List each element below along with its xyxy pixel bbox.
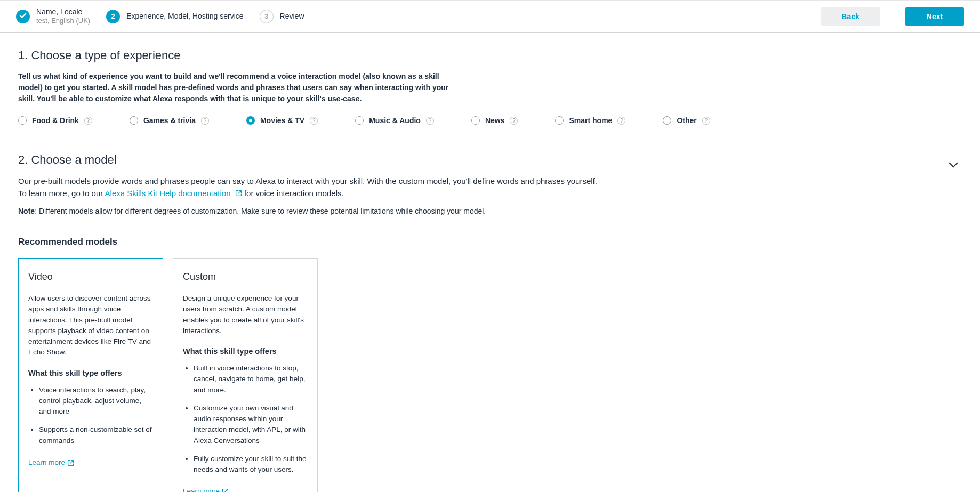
link-text: Alexa Skills Kit Help documentation [105, 189, 231, 198]
list-item: Fully customize your skill to suit the n… [194, 454, 308, 475]
step-completed-icon [16, 10, 30, 23]
help-icon[interactable]: ? [617, 117, 625, 125]
step-subtitle: test, English (UK) [36, 17, 90, 26]
learn-more-link[interactable]: Learn more [28, 458, 74, 466]
next-button[interactable]: Next [905, 7, 964, 26]
radio-food-drink[interactable]: Food & Drink ? [18, 116, 92, 125]
list-item: Voice interactions to search, play, cont… [39, 385, 153, 417]
external-link-icon [222, 488, 229, 492]
radio-label: Movies & TV [260, 116, 304, 125]
step-1[interactable]: Name, Locale test, English (UK) [16, 7, 90, 26]
radio-movies-tv[interactable]: Movies & TV ? [246, 116, 318, 125]
radio-icon-selected [246, 116, 255, 125]
experience-radio-group: Food & Drink ? Games & trivia ? Movies &… [18, 116, 962, 125]
card-offers-list: Built in voice interactions to stop, can… [183, 363, 308, 475]
note-label: Note [18, 207, 35, 215]
check-icon [19, 12, 27, 21]
step-title: Experience, Model, Hosting service [126, 11, 243, 21]
card-title: Video [28, 271, 153, 283]
step-title: Review [280, 11, 304, 21]
radio-icon [18, 116, 27, 125]
external-link-icon [67, 459, 74, 466]
radio-label: News [485, 116, 505, 125]
radio-smart-home[interactable]: Smart home ? [555, 116, 625, 125]
help-icon[interactable]: ? [426, 117, 434, 125]
note-text: : Different models allow for different d… [35, 207, 486, 215]
radio-label: Smart home [569, 116, 612, 125]
step-pending-icon: 3 [260, 10, 274, 23]
help-icon[interactable]: ? [84, 117, 92, 125]
card-offers-list: Voice interactions to search, play, cont… [28, 385, 153, 446]
step-text: Name, Locale test, English (UK) [36, 7, 90, 26]
radio-other[interactable]: Other ? [663, 116, 710, 125]
card-offers-label: What this skill type offers [28, 369, 153, 377]
step-active-icon: 2 [106, 10, 120, 23]
list-item: Supports a non-customizable set of comma… [39, 424, 153, 446]
list-item: Built in voice interactions to stop, can… [194, 363, 308, 396]
help-icon[interactable]: ? [310, 117, 318, 125]
back-button[interactable]: Back [821, 7, 880, 26]
section2-desc-post: for voice interaction models. [244, 189, 344, 198]
step-text: Experience, Model, Hosting service [126, 11, 243, 21]
radio-label: Music & Audio [369, 116, 421, 125]
radio-label: Food & Drink [32, 116, 79, 125]
radio-games-trivia[interactable]: Games & trivia ? [130, 116, 209, 125]
radio-music-audio[interactable]: Music & Audio ? [355, 116, 434, 125]
list-item: Customize your own visual and audio resp… [194, 403, 308, 446]
section1-title: 1. Choose a type of experience [18, 49, 962, 62]
section1-desc: Tell us what kind of experience you want… [18, 71, 461, 104]
model-card-video[interactable]: Video Allow users to discover content ac… [18, 258, 163, 492]
wizard-header: Name, Locale test, English (UK) 2 Experi… [0, 0, 980, 33]
section2-note: Note: Different models allow for differe… [18, 207, 962, 215]
step-2[interactable]: 2 Experience, Model, Hosting service [106, 10, 243, 23]
card-offers-label: What this skill type offers [183, 347, 308, 356]
help-doc-link[interactable]: Alexa Skills Kit Help documentation [105, 189, 244, 198]
step-3[interactable]: 3 Review [260, 10, 304, 23]
section-divider [18, 138, 962, 138]
radio-icon [663, 116, 671, 125]
radio-icon [130, 116, 138, 125]
section2-desc: Our pre-built models provide words and p… [18, 175, 605, 199]
main-content: 1. Choose a type of experience Tell us w… [0, 33, 980, 492]
model-card-custom[interactable]: Custom Design a unique experience for yo… [173, 258, 318, 492]
step-title: Name, Locale [36, 7, 90, 17]
chevron-down-icon[interactable] [949, 159, 958, 168]
learn-more-link[interactable]: Learn more [183, 487, 229, 492]
section2-header-row: 2. Choose a model [18, 153, 962, 175]
radio-icon [555, 116, 564, 125]
learn-more-label: Learn more [28, 458, 65, 466]
radio-label: Other [677, 116, 696, 125]
section2-title: 2. Choose a model [18, 153, 117, 167]
radio-news[interactable]: News ? [471, 116, 518, 125]
model-cards: Video Allow users to discover content ac… [18, 258, 962, 492]
help-icon[interactable]: ? [702, 117, 710, 125]
card-desc: Allow users to discover content across a… [28, 293, 153, 358]
learn-more-label: Learn more [183, 487, 220, 492]
card-title: Custom [183, 271, 308, 283]
radio-icon [355, 116, 364, 125]
step-text: Review [280, 11, 304, 21]
external-link-icon [235, 188, 242, 195]
card-desc: Design a unique experience for your user… [183, 293, 308, 336]
help-icon[interactable]: ? [201, 117, 209, 125]
recommended-models-heading: Recommended models [18, 237, 962, 247]
help-icon[interactable]: ? [510, 117, 518, 125]
radio-icon [471, 116, 480, 125]
radio-label: Games & trivia [143, 116, 196, 125]
